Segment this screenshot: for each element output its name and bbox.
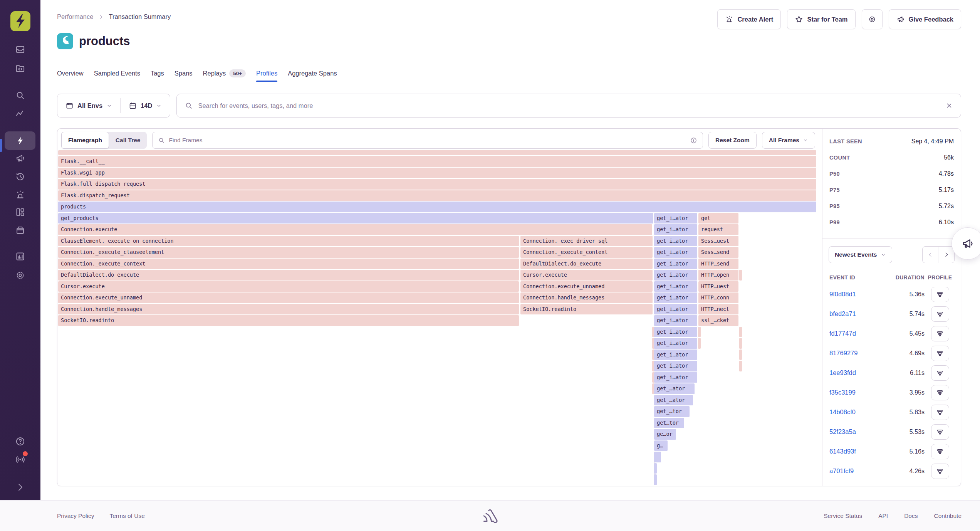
all-frames-dropdown[interactable]: All Frames	[762, 132, 815, 149]
sidebar-item-releases[interactable]	[10, 221, 30, 239]
flame-frame[interactable]: Connection.handle_messages	[58, 304, 519, 315]
tab-spans[interactable]: Spans	[175, 65, 193, 82]
flame-frame[interactable]: HTTP…conn	[698, 292, 738, 303]
next-page-button[interactable]	[938, 247, 954, 263]
flame-frame[interactable]: get_i…ator	[654, 304, 697, 315]
flame-frame[interactable]: get_i…ator	[654, 292, 697, 303]
sidebar-item-profiling[interactable]	[5, 131, 35, 150]
sidebar-item-stats[interactable]	[10, 247, 30, 265]
flame-frame[interactable]: get_…ator	[654, 383, 695, 394]
sidebar-item-explore[interactable]	[10, 86, 30, 104]
footer-link-terms-of-use[interactable]: Terms of Use	[109, 513, 144, 519]
event-id-link[interactable]: 81769279	[829, 350, 884, 357]
info-icon[interactable]	[690, 137, 697, 144]
flame-frame[interactable]: Sess…uest	[698, 236, 738, 247]
sidebar-item-dashboards[interactable]	[10, 203, 30, 221]
sidebar-item-replays[interactable]	[10, 168, 30, 185]
flame-frame[interactable]: Connection._execute_clauseelement	[58, 247, 519, 258]
profile-button[interactable]	[931, 306, 949, 322]
flame-frame[interactable]: get_i…ator	[654, 270, 697, 281]
tab-sampled-events[interactable]: Sampled Events	[94, 65, 140, 82]
flame-frame[interactable]: ssl_…cket	[698, 315, 738, 326]
flame-frame[interactable]: get…tor	[654, 418, 684, 428]
sentry-logo[interactable]	[10, 11, 30, 31]
flame-frame[interactable]: get_i…ator	[654, 315, 697, 326]
flame-frame[interactable]: get_i…ator	[654, 338, 697, 349]
footer-link-privacy-policy[interactable]: Privacy Policy	[57, 513, 94, 519]
flame-frame[interactable]: get_i…ator	[654, 361, 697, 371]
flame-frame[interactable]: request	[698, 224, 738, 235]
flame-frame[interactable]: Cursor.execute	[520, 270, 653, 281]
event-id-link[interactable]: 1ee93fdd	[829, 369, 884, 376]
flame-frame[interactable]	[654, 452, 661, 462]
flame-frame[interactable]: get_i…ator	[654, 372, 697, 383]
profile-button[interactable]	[931, 464, 949, 479]
sidebar-item-settings[interactable]	[10, 266, 30, 284]
profile-button[interactable]	[931, 326, 949, 341]
settings-button[interactable]	[862, 9, 883, 29]
flame-frame[interactable]	[739, 350, 742, 360]
profile-button[interactable]	[931, 385, 949, 400]
flame-frame[interactable]: get_products	[58, 213, 653, 224]
sidebar-item-projects[interactable]	[10, 59, 30, 77]
flame-frame[interactable]: get_i…ator	[654, 236, 697, 247]
flame-frame[interactable]: g…	[654, 440, 668, 451]
tab-profiles[interactable]: Profiles	[256, 65, 277, 82]
flame-frame[interactable]	[698, 338, 701, 349]
flame-frame[interactable]: Flask.dispatch_request	[58, 190, 816, 201]
flame-frame[interactable]: get_…tor	[654, 406, 690, 417]
flame-frame[interactable]	[739, 270, 742, 281]
profile-button[interactable]	[931, 287, 949, 302]
flame-frame[interactable]: Connection.execute_unnamed	[520, 281, 653, 292]
sidebar-item-collapse[interactable]	[10, 478, 30, 496]
create-alert-button[interactable]: Create Alert	[717, 9, 781, 29]
flame-frame[interactable]	[739, 338, 742, 349]
environment-selector[interactable]: All Envs	[57, 94, 120, 117]
flame-frame[interactable]: HTTP…nect	[698, 304, 738, 315]
prev-page-button[interactable]	[923, 247, 938, 263]
flame-frame[interactable]: Flask.__call__	[58, 156, 816, 167]
flame-frame[interactable]: Sess…send	[698, 247, 738, 258]
flame-frame[interactable]: DefaultDialect.do_execute	[58, 270, 519, 281]
sidebar-item-alerts[interactable]	[10, 186, 30, 203]
tab-overview[interactable]: Overview	[57, 65, 84, 82]
profile-button[interactable]	[931, 444, 949, 459]
footer-link-service-status[interactable]: Service Status	[824, 513, 862, 519]
profile-button[interactable]	[931, 424, 949, 440]
flame-frame[interactable]: get	[698, 213, 738, 224]
date-range-selector[interactable]: 14D	[121, 94, 170, 117]
flame-frame[interactable]: Connection._execute_context	[58, 259, 519, 269]
flame-frame[interactable]: Flask.full_dispatch_request	[58, 179, 816, 190]
flame-frame[interactable]: Connection._execute_context	[520, 247, 653, 258]
breadcrumb-performance[interactable]: Performance	[57, 13, 93, 20]
sidebar-item-traces[interactable]	[10, 105, 30, 123]
tab-replays[interactable]: Replays50+	[203, 65, 246, 82]
flame-frame[interactable]	[739, 327, 742, 338]
flame-frame[interactable]: get_i…ator	[654, 350, 697, 360]
profile-button[interactable]	[931, 365, 949, 381]
flame-frame[interactable]: DefaultDialect.do_execute	[520, 259, 653, 269]
flame-frame[interactable]: Connection.execute_unnamed	[58, 292, 519, 303]
event-id-link[interactable]: 6143d93f	[829, 448, 884, 455]
flame-frame[interactable]: Connection.handle_messages	[520, 292, 653, 303]
event-id-link[interactable]: 52f23a5a	[829, 428, 884, 435]
sort-dropdown[interactable]: Newest Events	[829, 246, 892, 263]
close-icon[interactable]	[945, 102, 953, 109]
tab-aggregate-spans[interactable]: Aggregate Spans	[288, 65, 337, 82]
sidebar-item-whats-new[interactable]	[10, 450, 30, 468]
flame-frame[interactable]	[654, 474, 657, 485]
sidebar-item-issues[interactable]	[10, 40, 30, 58]
event-id-link[interactable]: 14b08cf0	[829, 408, 884, 416]
sidebar-item-help[interactable]	[10, 432, 30, 450]
flame-frame[interactable]: get_i…ator	[654, 327, 697, 338]
tab-tags[interactable]: Tags	[151, 65, 164, 82]
event-id-link[interactable]: fd17747d	[829, 330, 884, 337]
reset-zoom-button[interactable]: Reset Zoom	[708, 132, 757, 149]
flame-frame[interactable]	[698, 327, 701, 338]
flame-frame[interactable]: SocketIO.readinto	[58, 315, 519, 326]
flame-frame[interactable]: HTTP…send	[698, 259, 738, 269]
call-tree-tab[interactable]: Call Tree	[109, 132, 147, 149]
profile-button[interactable]	[931, 405, 949, 420]
flame-frame[interactable]: HTTP…open	[698, 270, 738, 281]
event-id-link[interactable]: f35c3199	[829, 389, 884, 396]
